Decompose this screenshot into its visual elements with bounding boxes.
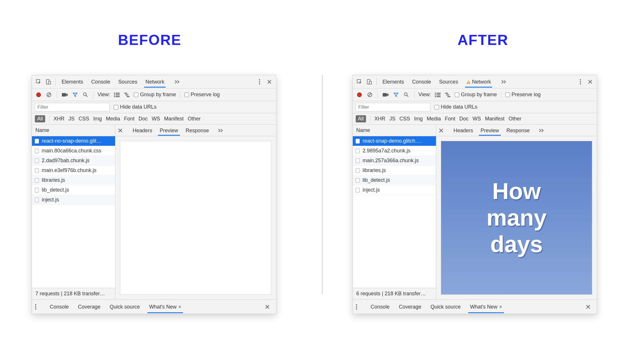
chip-js[interactable]: JS: [389, 116, 395, 122]
tab-console[interactable]: Console: [91, 76, 111, 87]
name-column-header[interactable]: Name: [32, 125, 115, 136]
chip-js[interactable]: JS: [68, 116, 75, 122]
drawer-tab-whats-new[interactable]: What's New×: [148, 300, 182, 313]
list-item[interactable]: react-snap-demo.glitch.…: [353, 136, 436, 146]
chip-font[interactable]: Font: [445, 116, 455, 122]
drawer-tab-coverage[interactable]: Coverage: [398, 300, 422, 313]
detail-tab-headers[interactable]: Headers: [453, 125, 474, 135]
clear-icon[interactable]: [45, 91, 53, 99]
waterfall-icon[interactable]: [444, 91, 452, 99]
large-rows-icon[interactable]: [434, 91, 441, 99]
list-item[interactable]: 2.9895a7a2.chunk.js: [353, 146, 436, 156]
drawer-kebab-icon[interactable]: [35, 304, 41, 310]
more-tabs-icon[interactable]: [172, 78, 183, 86]
chip-img[interactable]: Img: [93, 116, 102, 122]
drawer-tab-coverage[interactable]: Coverage: [77, 300, 101, 313]
device-toolbar-icon[interactable]: [44, 77, 53, 86]
list-item[interactable]: react-no-snap-demo.glit…: [32, 136, 115, 146]
chip-css[interactable]: CSS: [399, 116, 410, 122]
more-detail-tabs-icon[interactable]: [216, 127, 226, 134]
tab-sources[interactable]: Sources: [118, 76, 138, 87]
chip-other[interactable]: Other: [508, 116, 521, 122]
filter-input[interactable]: [356, 103, 430, 111]
drawer-tab-whats-new[interactable]: What's New×: [469, 300, 503, 313]
tab-network[interactable]: Network: [466, 76, 491, 87]
record-icon[interactable]: [356, 91, 363, 99]
hide-data-urls-checkbox[interactable]: Hide data URLs: [114, 104, 157, 110]
chip-all[interactable]: All: [35, 115, 45, 122]
name-column-header[interactable]: Name: [353, 125, 436, 136]
close-tab-icon[interactable]: ×: [499, 304, 502, 310]
waterfall-icon[interactable]: [123, 91, 131, 99]
chip-manifest[interactable]: Manifest: [164, 116, 184, 122]
drawer-close-icon[interactable]: [586, 305, 594, 309]
group-by-frame-checkbox[interactable]: Group by frame: [134, 92, 176, 98]
record-icon[interactable]: [35, 91, 42, 99]
list-item[interactable]: main.257a366a.chunk.js: [353, 156, 436, 166]
filter-input[interactable]: [35, 103, 110, 111]
detail-tab-headers[interactable]: Headers: [132, 125, 153, 135]
chip-manifest[interactable]: Manifest: [485, 116, 504, 122]
close-tab-icon[interactable]: ×: [178, 304, 182, 310]
list-item[interactable]: main.e3ef976b.chunk.js: [32, 166, 115, 175]
chip-xhr[interactable]: XHR: [54, 116, 64, 122]
preserve-log-checkbox[interactable]: Preserve log: [184, 92, 220, 98]
chip-img[interactable]: Img: [414, 116, 423, 122]
hide-data-urls-checkbox[interactable]: Hide data URLs: [435, 104, 477, 110]
search-icon[interactable]: [82, 91, 89, 99]
list-item[interactable]: 2.dad97bab.chunk.js: [32, 156, 115, 166]
preserve-log-checkbox[interactable]: Preserve log: [505, 92, 541, 98]
clear-icon[interactable]: [366, 91, 374, 99]
close-detail-icon[interactable]: [118, 128, 126, 133]
large-rows-icon[interactable]: [113, 91, 121, 99]
chip-ws[interactable]: WS: [472, 116, 481, 122]
request-list[interactable]: react-no-snap-demo.glit… main.80ca66ca.c…: [32, 136, 115, 288]
list-item[interactable]: libraries.js: [32, 175, 115, 185]
detail-tab-preview[interactable]: Preview: [159, 125, 179, 135]
request-list[interactable]: react-snap-demo.glitch.… 2.9895a7a2.chun…: [353, 136, 436, 288]
list-item[interactable]: lib_detect.js: [32, 185, 115, 195]
chip-doc[interactable]: Doc: [138, 116, 148, 122]
close-icon[interactable]: [586, 77, 595, 86]
chip-css[interactable]: CSS: [79, 116, 89, 122]
chip-all[interactable]: All: [356, 115, 366, 122]
chip-xhr[interactable]: XHR: [374, 116, 385, 122]
inspect-icon[interactable]: [34, 77, 43, 86]
list-item[interactable]: lib_detect.js: [353, 175, 436, 185]
close-icon[interactable]: [265, 77, 274, 86]
drawer-tab-quick-source[interactable]: Quick source: [430, 300, 461, 313]
close-detail-icon[interactable]: [439, 128, 447, 133]
camera-icon[interactable]: [61, 91, 68, 99]
detail-tab-preview[interactable]: Preview: [480, 125, 500, 135]
device-toolbar-icon[interactable]: [365, 77, 374, 86]
chip-media[interactable]: Media: [427, 116, 441, 122]
chip-ws[interactable]: WS: [152, 116, 160, 122]
inspect-icon[interactable]: [355, 77, 364, 86]
list-item[interactable]: libraries.js: [353, 166, 436, 175]
drawer-close-icon[interactable]: [265, 305, 273, 309]
detail-tab-response[interactable]: Response: [185, 125, 209, 135]
list-item[interactable]: main.80ca66ca.chunk.css: [32, 146, 115, 156]
chip-other[interactable]: Other: [188, 116, 201, 122]
list-item[interactable]: inject.js: [32, 195, 115, 205]
more-detail-tabs-icon[interactable]: [537, 127, 546, 134]
kebab-menu-icon[interactable]: [576, 77, 585, 86]
tab-network[interactable]: Network: [145, 76, 165, 87]
chip-media[interactable]: Media: [106, 116, 120, 122]
drawer-tab-quick-source[interactable]: Quick source: [109, 300, 140, 313]
drawer-tab-console[interactable]: Console: [370, 300, 390, 313]
tab-elements[interactable]: Elements: [61, 76, 84, 87]
list-item[interactable]: inject.js: [353, 185, 436, 195]
chip-doc[interactable]: Doc: [459, 116, 468, 122]
chip-font[interactable]: Font: [124, 116, 134, 122]
tab-elements[interactable]: Elements: [382, 76, 405, 87]
search-icon[interactable]: [403, 91, 410, 99]
camera-icon[interactable]: [382, 91, 389, 99]
filter-icon[interactable]: [71, 91, 79, 99]
detail-tab-response[interactable]: Response: [506, 125, 530, 135]
tab-console[interactable]: Console: [411, 76, 432, 87]
drawer-tab-console[interactable]: Console: [49, 300, 69, 313]
filter-icon[interactable]: [392, 91, 400, 99]
kebab-menu-icon[interactable]: [255, 77, 264, 86]
group-by-frame-checkbox[interactable]: Group by frame: [455, 92, 497, 98]
